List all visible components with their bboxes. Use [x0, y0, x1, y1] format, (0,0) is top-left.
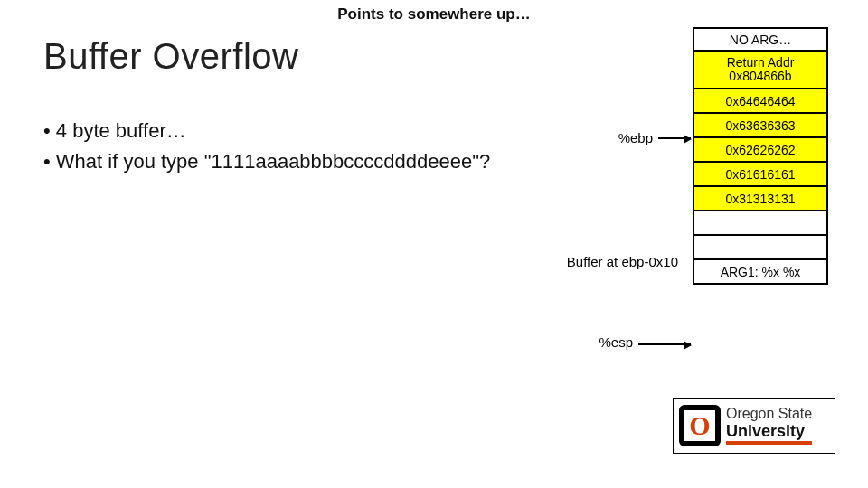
stack-cell-hex: 0x61616161 — [693, 163, 828, 187]
stack-cell-hex: 0x63636363 — [693, 114, 828, 138]
osu-logo-line1: Oregon State — [726, 407, 812, 421]
stack-cell-noarg: NO ARG… — [693, 27, 828, 52]
stack-cell-hex: 0x31313131 — [693, 187, 828, 211]
stack-diagram: NO ARG… Return Addr 0x804866b 0x64646464… — [693, 27, 828, 285]
esp-arrow — [638, 343, 691, 345]
stack-cell-empty — [693, 211, 828, 236]
osu-logo-line2: University — [726, 423, 812, 445]
osu-logo: O Oregon State University — [673, 398, 835, 454]
bullet-item: What if you type "1111aaaabbbbccccddddee… — [43, 146, 490, 177]
esp-label: %esp — [599, 334, 633, 350]
stack-cell-hex: 0x62626262 — [693, 138, 828, 163]
osu-logo-o-icon: O — [679, 405, 721, 446]
stack-cell-empty — [693, 236, 828, 260]
osu-logo-text: Oregon State University — [726, 407, 812, 445]
stack-cell-hex: 0x64646464 — [693, 89, 828, 114]
bullet-list: 4 byte buffer… What if you type "1111aaa… — [43, 116, 490, 177]
stack-cell-retaddr: Return Addr 0x804866b — [693, 52, 828, 89]
ebp-arrow — [658, 137, 691, 139]
buffer-label: Buffer at ebp-0x10 — [567, 254, 678, 269]
bullet-item: 4 byte buffer… — [43, 116, 490, 146]
page-title: Buffer Overflow — [43, 36, 298, 77]
ebp-label: %ebp — [618, 130, 653, 145]
stack-cell-text: Return Addr — [727, 56, 795, 70]
top-note: Points to somewhere up… — [0, 5, 868, 23]
stack-cell-arg1: ARG1: %x %x — [693, 260, 828, 285]
stack-cell-text: 0x804866b — [729, 70, 791, 83]
